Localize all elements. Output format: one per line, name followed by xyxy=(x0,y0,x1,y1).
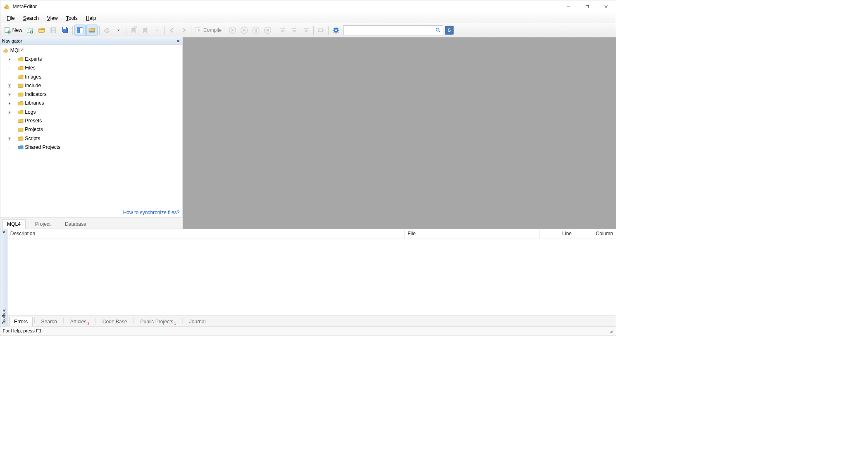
navigator-header: Navigator × xyxy=(0,37,183,45)
svg-rect-45 xyxy=(319,29,323,31)
navigator-title: Navigator xyxy=(2,38,22,44)
toolbar-separator xyxy=(314,26,314,34)
mql5-community-button[interactable]: 5 xyxy=(445,26,454,34)
toolbox-tab-errors[interactable]: Errors xyxy=(9,317,33,326)
navigator-toggle-button[interactable] xyxy=(74,24,86,36)
column-line[interactable]: Line xyxy=(540,229,575,238)
svg-rect-3 xyxy=(586,5,589,8)
tree-item[interactable]: Presets xyxy=(1,117,182,125)
search-input[interactable] xyxy=(346,27,435,33)
toolbox-tab-search[interactable]: Search xyxy=(36,317,62,327)
navigator-tabs: MQL4 Project Database xyxy=(0,217,183,229)
maximize-button[interactable] xyxy=(578,0,596,13)
toolbox-tab-public-projects[interactable]: Public Projects1 xyxy=(136,317,181,327)
resize-grip-icon[interactable] xyxy=(609,329,613,333)
tree-item[interactable]: Include xyxy=(1,81,182,90)
new-button[interactable]: New xyxy=(2,24,24,36)
step-over-button[interactable] xyxy=(289,24,300,36)
terminal-button[interactable] xyxy=(316,24,327,36)
nav-tab-database[interactable]: Database xyxy=(60,219,91,229)
column-description[interactable]: Description xyxy=(7,229,405,238)
save-button[interactable] xyxy=(48,24,59,36)
toolbar-separator xyxy=(165,26,165,34)
column-column[interactable]: Column xyxy=(575,229,616,238)
toolbox-close-button[interactable]: × xyxy=(2,229,5,234)
toolbar-separator xyxy=(126,26,126,34)
debug-pause-button[interactable] xyxy=(250,24,262,36)
minimize-button[interactable] xyxy=(559,0,578,13)
compile-button[interactable]: Compile xyxy=(193,24,223,36)
expand-icon[interactable] xyxy=(6,137,13,140)
settings-button[interactable] xyxy=(331,24,342,36)
nav-tab-project[interactable]: Project xyxy=(30,219,56,229)
new-project-button[interactable]: proj xyxy=(24,24,36,36)
svg-line-58 xyxy=(439,31,441,32)
expand-icon[interactable] xyxy=(6,102,13,105)
expand-icon[interactable] xyxy=(6,84,13,87)
toolbox-tab-codebase[interactable]: Code Base xyxy=(98,317,131,327)
styler-button[interactable] xyxy=(101,24,112,36)
debug-stop-button[interactable] xyxy=(262,24,273,36)
tree-item[interactable]: Scripts xyxy=(1,134,182,143)
open-button[interactable] xyxy=(36,24,47,36)
svg-marker-41 xyxy=(284,28,286,29)
step-out-button[interactable] xyxy=(300,24,312,36)
tree-item-label: Files xyxy=(25,65,35,71)
toolbar-separator xyxy=(99,26,100,34)
tree-item[interactable]: Files xyxy=(1,64,182,72)
column-file[interactable]: File xyxy=(405,229,540,238)
menu-tools[interactable]: Tools xyxy=(62,14,82,22)
debug-start-button[interactable] xyxy=(227,24,238,36)
step-into-button[interactable] xyxy=(277,24,289,36)
menu-help[interactable]: Help xyxy=(82,14,100,22)
tree-item[interactable]: Shared Projects xyxy=(1,143,182,152)
bookmark-func-button[interactable]: f xyxy=(140,24,151,36)
styler-dropdown[interactable] xyxy=(113,24,124,36)
toolbox-tab-journal[interactable]: Journal xyxy=(184,317,210,327)
folder-icon xyxy=(17,136,24,141)
search-icon[interactable] xyxy=(435,27,441,33)
tree-item[interactable]: Logs xyxy=(1,108,182,117)
toolbar-search[interactable] xyxy=(343,25,443,35)
tree-connector-icon xyxy=(6,119,13,123)
folder-icon xyxy=(17,110,24,115)
tree-item[interactable]: Images xyxy=(1,72,182,81)
nav-back-button[interactable] xyxy=(167,24,178,36)
menu-search[interactable]: Search xyxy=(19,14,43,22)
app-icon xyxy=(3,3,10,10)
svg-point-83 xyxy=(613,332,613,333)
save-all-button[interactable] xyxy=(60,24,71,36)
toolbox-tab-articles[interactable]: Articles2 xyxy=(65,317,94,327)
svg-marker-59 xyxy=(4,48,8,53)
expand-icon[interactable] xyxy=(6,93,13,96)
toolbox-title: Toolbox xyxy=(1,309,6,325)
tree-root[interactable]: MQL4 xyxy=(1,46,182,55)
compile-button-label: Compile xyxy=(203,27,222,33)
folder-icon xyxy=(17,83,24,88)
svg-marker-30 xyxy=(156,29,158,31)
menu-file[interactable]: File xyxy=(2,14,19,22)
expand-icon[interactable] xyxy=(6,58,13,61)
tree-connector-icon xyxy=(6,146,13,149)
tree-item-label: Libraries xyxy=(25,100,44,106)
menu-view[interactable]: View xyxy=(43,14,62,22)
tree-item-label: Indicators xyxy=(25,92,46,98)
debug-resume-button[interactable] xyxy=(238,24,250,36)
tree-item[interactable]: Libraries xyxy=(1,99,182,108)
sync-help-link[interactable]: How to synchronize files? xyxy=(123,210,180,215)
tree-item[interactable]: Indicators xyxy=(1,90,182,99)
tree-item[interactable]: Experts xyxy=(1,55,182,64)
tree-item-label: Scripts xyxy=(25,136,40,141)
nav-tab-mql4[interactable]: MQL4 xyxy=(2,219,26,229)
shared-folder-icon xyxy=(17,145,24,150)
bookmark-var-button[interactable]: var xyxy=(128,24,139,36)
bookmark-dropdown[interactable] xyxy=(151,24,162,36)
tree-item[interactable]: Projects xyxy=(1,125,182,134)
navigator-close-button[interactable]: × xyxy=(176,38,181,43)
svg-rect-16 xyxy=(52,27,55,29)
close-button[interactable] xyxy=(596,0,615,13)
nav-forward-button[interactable] xyxy=(178,24,189,36)
toolbox-toggle-button[interactable] xyxy=(86,24,98,36)
app-window: MetaEditor File Search View Tools Help N… xyxy=(0,0,616,336)
expand-icon[interactable] xyxy=(6,110,13,114)
